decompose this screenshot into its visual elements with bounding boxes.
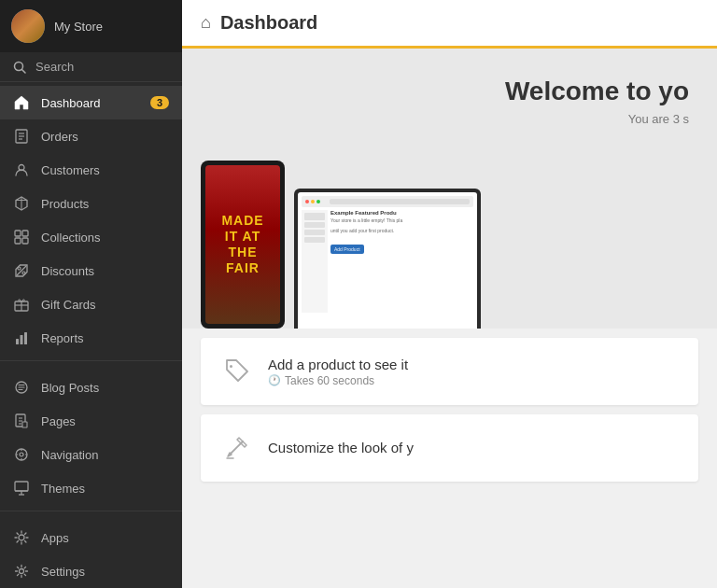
nav-section-content: Blog Posts Pages — [0, 367, 182, 505]
cards-area: Add a product to see it 🕐 Takes 60 secon… — [182, 338, 717, 491]
action-card-customize[interactable]: Customize the look of y — [201, 414, 698, 482]
customize-icon — [219, 431, 253, 465]
svg-rect-9 — [15, 238, 21, 244]
sidebar-header: My Store — [0, 0, 182, 52]
laptop-product-desc2: until you add your first product. — [330, 228, 473, 234]
laptop-product-desc: Your store is a little empty! This pla — [330, 217, 473, 224]
nav-section-system: Apps Settings — [0, 517, 182, 588]
navigation-icon — [13, 446, 30, 463]
sidebar-item-label-gift-cards: Gift Cards — [41, 298, 96, 312]
customers-icon — [13, 161, 30, 178]
orders-icon — [13, 128, 30, 145]
svg-point-33 — [20, 569, 24, 574]
svg-point-27 — [20, 453, 23, 456]
settings-icon — [13, 563, 30, 580]
sidebar-item-pages[interactable]: Pages — [0, 404, 182, 438]
laptop-sidebar-mock — [302, 210, 328, 313]
sidebar-item-orders[interactable]: Orders — [0, 119, 182, 153]
nav-divider-2 — [0, 511, 182, 511]
pages-icon — [13, 413, 30, 429]
products-icon — [13, 195, 30, 212]
card-subtitle-add-product: Takes 60 seconds — [285, 374, 374, 387]
sidebar-item-customers[interactable]: Customers — [0, 153, 182, 187]
sidebar-item-label-themes: Themes — [41, 482, 85, 496]
sidebar-item-label-products: Products — [41, 197, 89, 211]
sidebar-item-discounts[interactable]: Discounts — [0, 254, 182, 287]
blog-posts-icon — [13, 379, 30, 396]
sidebar-item-products[interactable]: Products — [0, 187, 182, 220]
apps-icon — [13, 529, 30, 546]
laptop-product-title: Example Featured Produ — [330, 210, 473, 216]
action-card-add-product[interactable]: Add a product to see it 🕐 Takes 60 secon… — [201, 338, 698, 405]
laptop-content: Example Featured Produ Your store is a l… — [302, 210, 473, 313]
sidebar: My Store Search Dashboard 3 — [0, 0, 182, 588]
device-container: MADEIT ATTHEFAIR — [201, 161, 481, 329]
laptop-screen: Example Featured Produ Your store is a l… — [298, 192, 477, 329]
welcome-subtitle: You are 3 s — [628, 112, 689, 126]
sidebar-item-label-navigation: Navigation — [41, 448, 98, 462]
svg-point-34 — [230, 365, 232, 368]
laptop-product-button: Add Product — [330, 245, 364, 254]
sidebar-item-label-customers: Customers — [41, 163, 100, 177]
gift-cards-icon — [13, 296, 30, 313]
sidebar-item-dashboard[interactable]: Dashboard 3 — [0, 86, 182, 119]
svg-rect-19 — [24, 332, 27, 344]
card-content-add-product: Add a product to see it 🕐 Takes 60 secon… — [268, 357, 680, 387]
search-label: Search — [35, 60, 74, 74]
svg-rect-18 — [21, 335, 23, 344]
tag-icon — [219, 355, 253, 388]
avatar — [11, 9, 45, 43]
reports-icon — [13, 329, 30, 346]
svg-rect-7 — [15, 231, 21, 236]
sidebar-item-label-orders: Orders — [41, 130, 78, 144]
collections-icon — [13, 229, 30, 245]
topbar-home-icon: ⌂ — [201, 13, 211, 33]
svg-rect-8 — [22, 231, 28, 236]
sidebar-item-settings[interactable]: Settings — [0, 554, 182, 588]
sidebar-item-label-discounts: Discounts — [41, 264, 94, 278]
laptop-screen-header — [302, 196, 473, 207]
sidebar-item-label-reports: Reports — [41, 331, 84, 345]
themes-icon — [13, 480, 30, 497]
phone-inner: MADEIT ATTHEFAIR — [205, 165, 280, 324]
phone-device: MADEIT ATTHEFAIR — [201, 161, 285, 329]
sidebar-item-label-settings: Settings — [41, 565, 85, 579]
welcome-title: Welcome to yo — [505, 77, 689, 106]
laptop-device: Example Featured Produ Your store is a l… — [294, 189, 481, 329]
clock-icon-add-product: 🕐 — [268, 374, 281, 386]
svg-rect-25 — [22, 422, 27, 427]
topbar: ⌂ Dashboard — [182, 0, 717, 49]
sidebar-item-blog-posts[interactable]: Blog Posts — [0, 371, 182, 404]
svg-line-1 — [22, 69, 26, 73]
svg-point-32 — [19, 535, 24, 540]
dashboard-badge: 3 — [150, 96, 169, 109]
phone-screen: MADEIT ATTHEFAIR — [205, 165, 280, 324]
sidebar-item-label-collections: Collections — [41, 231, 101, 245]
home-icon — [13, 94, 30, 111]
topbar-title: Dashboard — [220, 12, 317, 34]
sidebar-item-label-blog-posts: Blog Posts — [41, 381, 99, 395]
welcome-banner: Welcome to yo You are 3 s MADEIT ATTHEFA… — [182, 49, 717, 329]
svg-rect-17 — [16, 339, 19, 344]
sidebar-item-collections[interactable]: Collections — [0, 220, 182, 254]
sidebar-item-gift-cards[interactable]: Gift Cards — [0, 287, 182, 321]
main-content: ⌂ Dashboard Welcome to yo You are 3 s MA… — [182, 0, 717, 588]
sidebar-item-apps[interactable]: Apps — [0, 521, 182, 554]
search-icon — [13, 61, 26, 74]
discounts-icon — [13, 262, 30, 279]
sidebar-item-label-apps: Apps — [41, 531, 69, 545]
nav-divider-1 — [0, 360, 182, 361]
card-sub-add-product: 🕐 Takes 60 seconds — [268, 374, 680, 387]
svg-rect-10 — [22, 238, 28, 244]
sidebar-item-label-pages: Pages — [41, 414, 76, 428]
svg-rect-28 — [15, 482, 28, 491]
nav-section-main: Dashboard 3 Orders C — [0, 82, 182, 355]
card-title-customize: Customize the look of y — [268, 440, 680, 455]
card-title-add-product: Add a product to see it — [268, 357, 680, 372]
search-row[interactable]: Search — [0, 52, 182, 82]
sidebar-item-reports[interactable]: Reports — [0, 321, 182, 355]
sidebar-item-navigation[interactable]: Navigation — [0, 438, 182, 471]
content-area: Welcome to yo You are 3 s MADEIT ATTHEFA… — [182, 49, 717, 588]
sidebar-item-themes[interactable]: Themes — [0, 471, 182, 505]
store-name: My Store — [54, 20, 103, 34]
